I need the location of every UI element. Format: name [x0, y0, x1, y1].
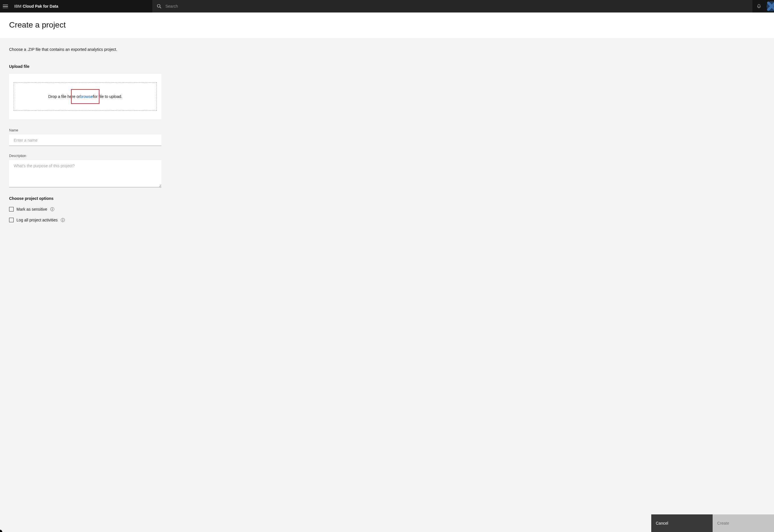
brand-prefix: IBM	[14, 4, 22, 9]
menu-icon[interactable]	[3, 3, 10, 10]
svg-point-4	[52, 208, 53, 209]
global-header: IBM Cloud Pak for Data	[0, 0, 774, 12]
info-icon[interactable]	[60, 218, 65, 222]
options-heading: Choose project options	[9, 196, 765, 201]
instruction-text: Choose a .ZIP file that contains an expo…	[9, 47, 765, 52]
global-search[interactable]	[152, 0, 752, 12]
upload-section-label: Upload file	[9, 64, 765, 69]
brand-rest: Cloud Pak for Data	[23, 4, 58, 9]
search-icon	[157, 4, 161, 9]
file-dropzone[interactable]: Drop a file here or browse for file to u…	[14, 82, 157, 111]
dropzone-text-before: Drop a file here or	[48, 94, 80, 99]
svg-point-7	[62, 219, 63, 219]
description-input[interactable]	[9, 160, 161, 187]
mark-sensitive-checkbox[interactable]	[9, 207, 14, 211]
svg-rect-8	[62, 220, 63, 221]
dropzone-text-after: for file to upload.	[93, 94, 122, 99]
page-title: Create a project	[9, 20, 765, 30]
header-right	[752, 0, 774, 12]
user-avatar[interactable]	[765, 0, 774, 12]
upload-card: Drop a file here or browse for file to u…	[9, 74, 161, 119]
bell-icon	[756, 4, 762, 9]
log-activities-row: Log all project activities	[9, 218, 765, 222]
avatar-icon	[765, 0, 774, 12]
search-input[interactable]	[165, 4, 748, 9]
log-activities-label: Log all project activities	[16, 218, 58, 222]
notifications-button[interactable]	[752, 0, 765, 12]
log-activities-checkbox[interactable]	[9, 218, 14, 222]
name-field-group: Name	[9, 128, 765, 146]
mark-sensitive-row: Mark as sensitive	[9, 207, 765, 211]
svg-rect-5	[52, 209, 52, 210]
description-label: Description	[9, 154, 765, 158]
cancel-button[interactable]: Cancel	[651, 514, 713, 532]
mark-sensitive-label: Mark as sensitive	[16, 207, 47, 211]
brand-label: IBM Cloud Pak for Data	[14, 4, 58, 9]
name-label: Name	[9, 128, 765, 132]
description-field-group: Description	[9, 154, 765, 188]
name-input[interactable]	[9, 135, 161, 146]
create-button[interactable]: Create	[713, 514, 774, 532]
browse-link[interactable]: browse	[80, 94, 93, 99]
svg-point-0	[157, 5, 160, 7]
main-content: Choose a .ZIP file that contains an expo…	[0, 38, 774, 532]
page-header: Create a project	[0, 12, 774, 38]
info-icon[interactable]	[50, 207, 55, 211]
footer-actions: Cancel Create	[651, 514, 774, 532]
header-left: IBM Cloud Pak for Data	[0, 0, 152, 12]
svg-line-1	[160, 7, 161, 9]
